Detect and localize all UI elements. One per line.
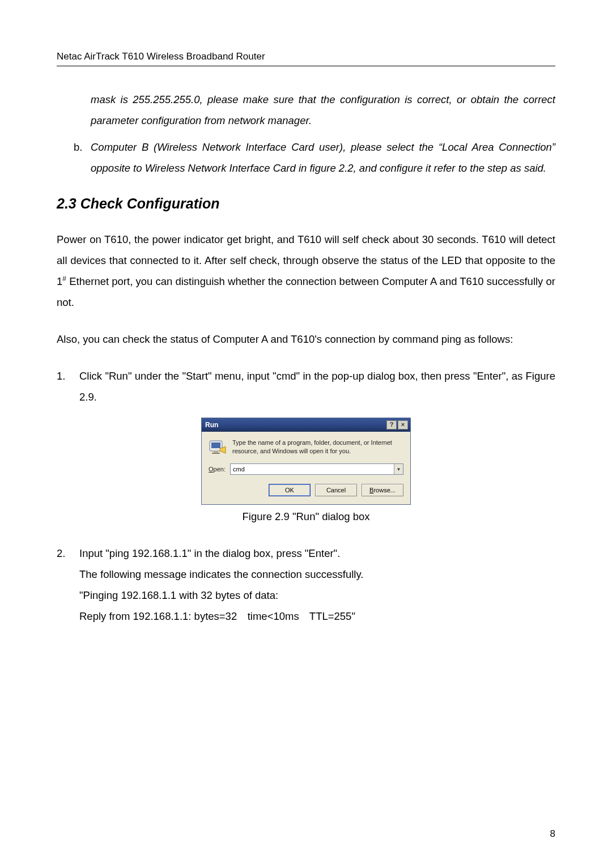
list-2-marker: 2. bbox=[57, 543, 79, 627]
body-p1-sup: # bbox=[62, 275, 66, 283]
list-item-b-text: Computer B (Wireless Network Interface C… bbox=[91, 137, 555, 178]
list-2-line2: The following message indicates the conn… bbox=[79, 564, 555, 585]
svg-rect-2 bbox=[214, 451, 218, 453]
help-button[interactable]: ? bbox=[386, 420, 397, 429]
close-button[interactable]: × bbox=[398, 420, 408, 429]
cancel-button[interactable]: Cancel bbox=[315, 484, 357, 496]
body-p1-b: Ethernet port, you can distinguish wheth… bbox=[57, 275, 555, 308]
list-2-line3: "Pinging 192.168.1.1 with 32 bytes of da… bbox=[79, 585, 555, 606]
run-dialog-titlebar: Run ? × bbox=[202, 418, 410, 432]
run-icon bbox=[209, 439, 227, 457]
body-paragraph-1: Power on T610, the power indicator get b… bbox=[57, 229, 555, 313]
chevron-down-icon[interactable]: ▼ bbox=[394, 464, 403, 474]
run-dialog-window: Run ? × bbox=[201, 418, 411, 505]
open-label: Open: bbox=[209, 466, 226, 473]
list-1-text: Click "Run" under the "Start" menu, inpu… bbox=[79, 365, 555, 407]
continued-paragraph: mask is 255.255.255.0, please make sure … bbox=[91, 89, 555, 131]
run-description: Type the name of a program, folder, docu… bbox=[232, 439, 403, 456]
page-header: Netac AirTrack T610 Wireless Broadband R… bbox=[57, 51, 555, 66]
list-item-b-marker: b. bbox=[74, 137, 91, 178]
open-input[interactable]: cmd bbox=[231, 464, 394, 474]
section-heading: 2.3 Check Configuration bbox=[57, 195, 555, 212]
ok-button[interactable]: OK bbox=[269, 484, 311, 496]
svg-rect-3 bbox=[212, 453, 220, 454]
list-2-line4: Reply from 192.168.1.1: bytes=32 time<10… bbox=[79, 606, 555, 627]
run-dialog-title: Run bbox=[205, 421, 218, 429]
list-2-content: Input "ping 192.168.1.1" in the dialog b… bbox=[79, 543, 555, 627]
figure-run-dialog: Run ? × bbox=[57, 418, 555, 505]
page-number: 8 bbox=[550, 828, 555, 840]
body-paragraph-2: Also, you can check the status of Comput… bbox=[57, 329, 555, 350]
svg-rect-1 bbox=[211, 442, 220, 448]
figure-caption: Figure 2.9 "Run" dialog box bbox=[57, 510, 555, 523]
list-1-marker: 1. bbox=[57, 365, 79, 407]
list-2-line1: Input "ping 192.168.1.1" in the dialog b… bbox=[79, 543, 555, 564]
browse-button[interactable]: Browse... bbox=[362, 484, 403, 496]
open-combobox[interactable]: cmd ▼ bbox=[230, 463, 403, 475]
